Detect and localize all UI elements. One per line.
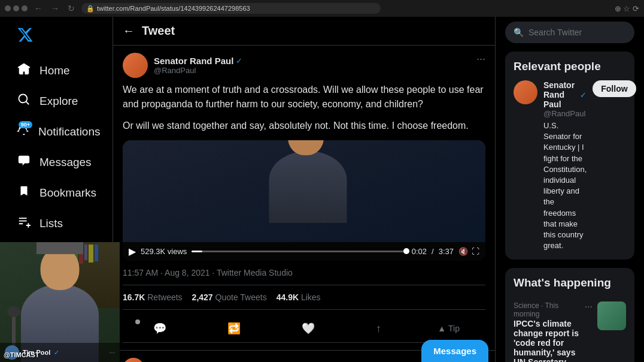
- notifications-badge: 90+: [19, 121, 32, 128]
- trend-info: Science · This morning IPCC's climate ch…: [514, 301, 585, 362]
- trend-name: IPCC's climate change report is 'code re…: [514, 319, 585, 362]
- tweet-content-area: Senator Rand Paul ✓ @RandPaul ··· We are…: [113, 46, 495, 351]
- trend-category: Science · This morning: [514, 301, 585, 318]
- url-bar[interactable]: 🔒 twitter.com/RandPaul/status/1424399262…: [81, 3, 381, 14]
- relevant-person-verified: ✓: [580, 90, 587, 99]
- tweet-time: 11:57 AM · Aug 8, 2021: [123, 268, 210, 277]
- video-time-current: 0:02: [412, 247, 427, 256]
- video-icon-controls[interactable]: 🔇 ⛶: [458, 247, 479, 256]
- video-time-total: 3:37: [439, 247, 454, 256]
- webcam-overlay: Tim Pool ✓ ··· @TIMCAST: [0, 242, 120, 362]
- video-frame: [123, 140, 485, 242]
- tweet-author-row: Senator Rand Paul ✓ @RandPaul ···: [123, 53, 485, 78]
- mute-icon[interactable]: 🔇: [458, 247, 468, 256]
- sidebar-item-home[interactable]: Home: [10, 56, 105, 85]
- close-btn[interactable]: [5, 5, 11, 11]
- search-icon: 🔍: [514, 28, 524, 37]
- likes-stat[interactable]: 44.9K Likes: [277, 292, 321, 302]
- author-avatar: [123, 53, 148, 78]
- tip-label: Tip: [448, 324, 460, 333]
- home-icon: [17, 62, 31, 79]
- tweet-meta: 11:57 AM · Aug 8, 2021 · Twitter Media S…: [123, 268, 485, 277]
- browser-right-controls: ⊕ ☆ ⟳: [615, 4, 639, 13]
- author-handle[interactable]: @RandPaul: [154, 66, 242, 75]
- messages-bottom-bar[interactable]: Messages: [421, 340, 488, 362]
- tip-icon: ▲: [438, 324, 446, 333]
- follow-button[interactable]: Follow: [593, 80, 636, 97]
- retweets-label: Retweets: [147, 292, 182, 302]
- tweet-actions: 💬 🔁 🤍 ↑ ▲ Tip: [123, 315, 485, 343]
- relevant-person-avatar: [514, 80, 537, 104]
- sidebar-item-explore[interactable]: Explore: [10, 87, 105, 115]
- relevant-person-info: Senator Rand Paul ✓ @RandPaul U.S. Senat…: [543, 80, 587, 251]
- back-arrow[interactable]: ←: [123, 24, 135, 38]
- webcam-verified: ✓: [54, 349, 59, 357]
- search-bar[interactable]: 🔍 Search Twitter: [505, 22, 634, 43]
- twitter-right-sidebar: 🔍 Search Twitter Relevant people Senator…: [496, 17, 644, 362]
- sidebar-item-lists[interactable]: Lists: [10, 209, 105, 237]
- author-details: Senator Rand Paul ✓ @RandPaul: [154, 56, 242, 75]
- trend-image-climate: [597, 301, 626, 330]
- relevant-person-bio: U.S. Senator for Kentucky | I fight for …: [543, 120, 587, 251]
- video-time-separator: /: [432, 247, 434, 256]
- refresh-button[interactable]: ↻: [66, 4, 77, 13]
- minimize-btn[interactable]: [13, 5, 19, 11]
- tweet-source-separator: ·: [212, 268, 217, 277]
- sidebar-item-bookmarks[interactable]: Bookmarks: [10, 179, 105, 207]
- window-controls: [5, 5, 28, 11]
- bookmarks-icon: [17, 185, 31, 201]
- relevant-person-name[interactable]: Senator Rand Paul: [543, 80, 578, 109]
- share-action-button[interactable]: ↑: [371, 317, 386, 340]
- retweet-action-button[interactable]: 🔁: [223, 317, 245, 340]
- relevant-people-title: Relevant people: [514, 60, 626, 73]
- video-scrubber[interactable]: [403, 248, 409, 254]
- sidebar-item-messages[interactable]: Messages: [10, 148, 105, 176]
- tweet-text-2: Or will we stand together and say, absol…: [123, 119, 485, 133]
- tip-button[interactable]: ▲ Tip: [438, 317, 460, 340]
- messages-icon: [17, 154, 31, 170]
- tweet-page-title: Tweet: [142, 24, 175, 38]
- tweet-header: ← Tweet: [113, 17, 495, 46]
- quote-tweets-count: 2,427: [192, 292, 213, 302]
- fullscreen-icon[interactable]: ⛶: [472, 247, 479, 256]
- likes-count: 44.9K: [277, 292, 299, 302]
- quote-tweets-label: Quote Tweets: [215, 292, 267, 302]
- explore-icon: [17, 93, 31, 109]
- likes-label: Likes: [301, 292, 321, 302]
- relevant-people-section: Relevant people Senator Rand Paul ✓ @Ran…: [505, 52, 634, 260]
- tweet-source[interactable]: Twitter Media Studio: [217, 268, 293, 277]
- tweet-author-info: Senator Rand Paul ✓ @RandPaul: [123, 53, 242, 78]
- author-name[interactable]: Senator Rand Paul: [154, 56, 233, 66]
- explore-label: Explore: [40, 95, 78, 108]
- retweets-stat[interactable]: 16.7K Retweets: [123, 292, 183, 302]
- tweet-text-1: We are at a moment of truth and a crossr…: [123, 83, 485, 111]
- relevant-person-handle[interactable]: @RandPaul: [543, 109, 587, 118]
- browser-chrome: ← → ↻ 🔒 twitter.com/RandPaul/status/1424…: [0, 0, 644, 17]
- back-button[interactable]: ←: [32, 4, 44, 13]
- lists-label: Lists: [40, 217, 63, 230]
- trend-more-button[interactable]: ···: [585, 301, 593, 312]
- forward-button[interactable]: →: [49, 4, 61, 13]
- video-timeline[interactable]: [192, 251, 406, 252]
- like-action-button[interactable]: 🤍: [297, 317, 320, 340]
- relevant-person-card: Senator Rand Paul ✓ @RandPaul U.S. Senat…: [514, 80, 626, 251]
- messages-label: Messages: [40, 156, 92, 169]
- maximize-btn[interactable]: [22, 5, 28, 11]
- sidebar-item-notifications[interactable]: 90+ Notifications: [10, 117, 105, 146]
- twitter-logo[interactable]: [10, 22, 105, 52]
- play-button[interactable]: ▶: [129, 246, 136, 257]
- tweet-stats: 16.7K Retweets 2,427 Quote Tweets 44.9K …: [123, 285, 485, 310]
- video-controls[interactable]: ▶ 529.3K views 0:02 / 3:37 🔇 ⛶: [123, 242, 485, 261]
- author-verified-badge: ✓: [236, 56, 242, 65]
- tweet-video-player[interactable]: ▶ 529.3K views 0:02 / 3:37 🔇 ⛶: [123, 140, 485, 261]
- url-text: twitter.com/RandPaul/status/142439926244…: [97, 5, 250, 12]
- trend-item-climate[interactable]: Science · This morning IPCC's climate ch…: [514, 297, 626, 362]
- webcam-channel-label: @TIMCAST: [4, 351, 40, 358]
- tweet-more-button[interactable]: ···: [476, 53, 485, 65]
- webcam-more[interactable]: ···: [109, 348, 115, 357]
- lists-icon: [17, 215, 31, 231]
- main-content: Tim Pool ✓ ··· @TIMCAST Home Explore 90+: [0, 17, 644, 362]
- quote-tweets-stat[interactable]: 2,427 Quote Tweets: [192, 292, 267, 302]
- notifications-icon: 90+: [17, 123, 30, 140]
- reply-action-button[interactable]: 💬: [148, 317, 171, 340]
